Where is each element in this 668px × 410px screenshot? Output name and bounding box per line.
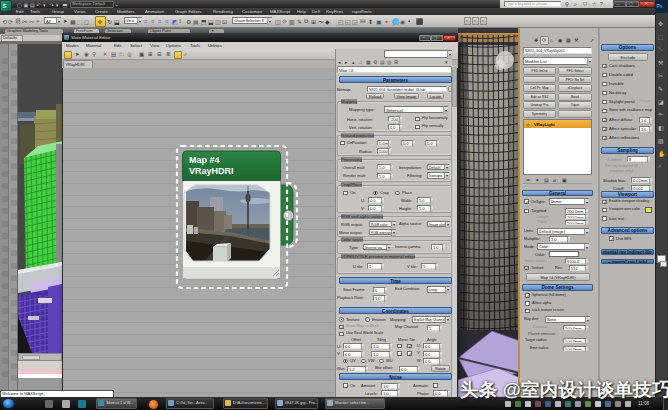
svg-text:VRayHDRI: VRayHDRI <box>189 166 234 176</box>
svg-text:Map #4: Map #4 <box>189 155 220 165</box>
